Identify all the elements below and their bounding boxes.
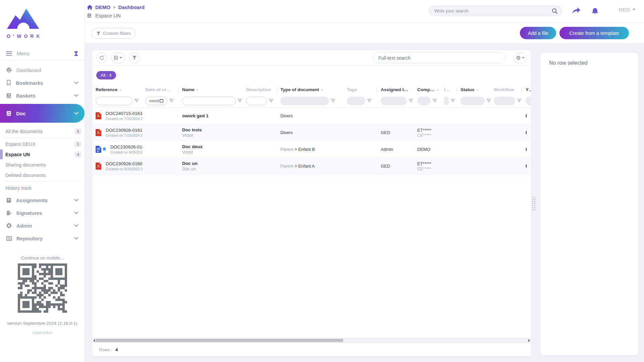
sidebar-item-dashboard[interactable]: Dashboard bbox=[0, 64, 85, 76]
filter-status-select[interactable] bbox=[461, 97, 485, 105]
sidebar-item-assignments[interactable]: Assignments bbox=[0, 194, 85, 206]
col-header-type[interactable]: Type of document▸ bbox=[280, 87, 347, 92]
filter-type-select[interactable] bbox=[280, 97, 329, 105]
search-icon[interactable] bbox=[552, 8, 558, 14]
col-header-company[interactable]: Comp…▸ bbox=[417, 87, 444, 92]
filter-badge-row: All : 4 bbox=[92, 66, 531, 85]
add-file-button[interactable]: Add a file bbox=[520, 27, 556, 39]
sidebar-item-history-track[interactable]: History track bbox=[0, 183, 85, 193]
divider bbox=[85, 22, 644, 23]
count-badge: 5 bbox=[75, 128, 81, 134]
filters-button[interactable] bbox=[129, 53, 140, 63]
chevron-down-icon bbox=[119, 57, 122, 59]
horizontal-scrollbar[interactable] bbox=[92, 338, 531, 343]
doc-name-sub: Doc un bbox=[182, 166, 198, 171]
col-header-status[interactable]: Status▸ bbox=[461, 87, 494, 92]
col-header-i[interactable]: I… bbox=[444, 87, 461, 92]
filter-icon[interactable] bbox=[238, 99, 242, 103]
breadcrumb-root[interactable]: DEMO bbox=[95, 4, 110, 10]
doc-name: owork ged 1 bbox=[182, 113, 209, 118]
legal-notice-link[interactable]: Legal notice bbox=[0, 330, 85, 335]
filter-reference-input[interactable] bbox=[96, 97, 132, 105]
filter-icon[interactable] bbox=[367, 99, 371, 103]
sidebar-item-deleted-documents[interactable]: Deleted documents bbox=[0, 170, 85, 180]
notifications-bell-icon[interactable] bbox=[591, 7, 599, 15]
col-header-y[interactable]: Y… bbox=[526, 87, 531, 92]
account-menu[interactable]: GED bbox=[619, 7, 635, 12]
chevron-down-icon bbox=[633, 9, 635, 10]
table-row[interactable]: DOC240715-01630-0 Created on 7/15/2024 2… bbox=[92, 108, 531, 124]
filter-icon[interactable] bbox=[169, 99, 173, 103]
doc-company-sub: CE***** bbox=[417, 133, 431, 138]
sidebar-item-admin[interactable]: Admin bbox=[0, 219, 85, 232]
filter-i-select[interactable] bbox=[444, 97, 449, 105]
filter-date-input[interactable]: mm/d bbox=[145, 97, 167, 105]
filter-icon[interactable] bbox=[409, 99, 413, 103]
chevron-down-icon bbox=[74, 212, 78, 215]
col-header-description[interactable]: Description bbox=[246, 87, 280, 92]
sort-icon: ▸ bbox=[437, 88, 439, 92]
filter-company-select[interactable] bbox=[417, 97, 431, 105]
filter-icon[interactable] bbox=[331, 99, 335, 103]
scroll-right-arrow-icon[interactable] bbox=[528, 339, 530, 342]
hamburger-icon bbox=[6, 51, 12, 56]
sidebar-item-all-documents[interactable]: All the documents 5 bbox=[0, 126, 85, 136]
sidebar-item-baskets[interactable]: Baskets bbox=[0, 89, 85, 102]
share-icon[interactable] bbox=[572, 7, 581, 15]
filter-icon[interactable] bbox=[451, 99, 455, 103]
sidebar-item-bookmarks[interactable]: Bookmarks bbox=[0, 76, 85, 89]
scrollbar-thumb[interactable] bbox=[96, 339, 343, 342]
sidebar-item-espace-deux[interactable]: Espace DEUX 1 bbox=[0, 139, 85, 149]
global-search bbox=[429, 6, 562, 16]
global-search-input[interactable] bbox=[434, 8, 552, 13]
col-header-date[interactable]: Date of cr… bbox=[145, 87, 182, 92]
refresh-button[interactable] bbox=[96, 53, 107, 63]
columns-icon bbox=[114, 56, 118, 60]
pdf-file-icon bbox=[96, 163, 101, 170]
table-footer: Rows : 4 bbox=[92, 343, 531, 356]
col-header-workflow[interactable]: Workflow bbox=[494, 87, 526, 92]
filter-name-input[interactable] bbox=[182, 97, 236, 105]
col-header-assigned[interactable]: Assigned t… bbox=[381, 87, 417, 92]
sidebar-item-sharing-documents[interactable]: Sharing documents bbox=[0, 160, 85, 170]
filter-icon[interactable] bbox=[269, 99, 273, 103]
fulltext-search-input[interactable] bbox=[378, 55, 500, 61]
home-icon[interactable] bbox=[87, 5, 93, 10]
filter-icon[interactable] bbox=[433, 99, 437, 103]
chevron-down-icon bbox=[74, 224, 78, 227]
col-header-tags[interactable]: Tags bbox=[347, 87, 381, 92]
filter-workflow-select[interactable] bbox=[494, 97, 515, 105]
filter-assigned-select[interactable] bbox=[381, 97, 407, 105]
create-from-template-button[interactable]: Create from a template bbox=[559, 27, 629, 39]
filter-description-input[interactable] bbox=[246, 97, 267, 105]
col-header-name[interactable]: Name▸ bbox=[182, 87, 246, 92]
filter-icon[interactable] bbox=[517, 99, 521, 103]
col-header-reference[interactable]: Reference▸ bbox=[96, 87, 145, 92]
space-title: Espace UN bbox=[95, 13, 121, 18]
sidebar-item-repository[interactable]: Repository bbox=[0, 232, 85, 245]
chevron-down-icon bbox=[522, 57, 525, 59]
custom-filters-button[interactable]: Custom filters bbox=[91, 28, 136, 39]
doc-name: Doc trois bbox=[182, 127, 202, 132]
scroll-left-arrow-icon[interactable] bbox=[93, 339, 95, 342]
table-row[interactable]: DOC230926-01608-0 Created on 9/26/2023 3… bbox=[92, 158, 531, 175]
panel-resize-handle[interactable] bbox=[532, 197, 535, 210]
doc-company: DEMO bbox=[417, 147, 430, 152]
chevron-down-icon bbox=[74, 237, 78, 240]
filter-icon[interactable] bbox=[135, 99, 139, 103]
filter-y-select[interactable] bbox=[526, 97, 531, 105]
breadcrumb-page[interactable]: Dashboard bbox=[118, 4, 145, 10]
menu-toggle[interactable]: Menu bbox=[0, 47, 85, 60]
sidebar-item-doc[interactable]: Doc bbox=[0, 104, 85, 123]
filter-tags-select[interactable] bbox=[347, 97, 365, 105]
table-row[interactable]: DOC230926-01610-3 Created on 7/15/2024 2… bbox=[92, 124, 531, 141]
sidebar-item-espace-un[interactable]: Espace UN 4 bbox=[0, 149, 85, 160]
breadcrumb: DEMO > Dashboard Espace UN bbox=[87, 3, 145, 18]
sidebar-item-signatures[interactable]: Signatures bbox=[0, 206, 85, 219]
table-settings-button[interactable]: ⚙ bbox=[514, 53, 527, 63]
all-filter-badge[interactable]: All : 4 bbox=[96, 71, 116, 79]
filter-icon[interactable] bbox=[487, 99, 491, 103]
columns-button[interactable] bbox=[111, 53, 125, 63]
pin-icon[interactable] bbox=[74, 51, 78, 56]
table-row[interactable]: w DOC230926-01609-0 Created on 9/26/2023… bbox=[92, 141, 531, 158]
